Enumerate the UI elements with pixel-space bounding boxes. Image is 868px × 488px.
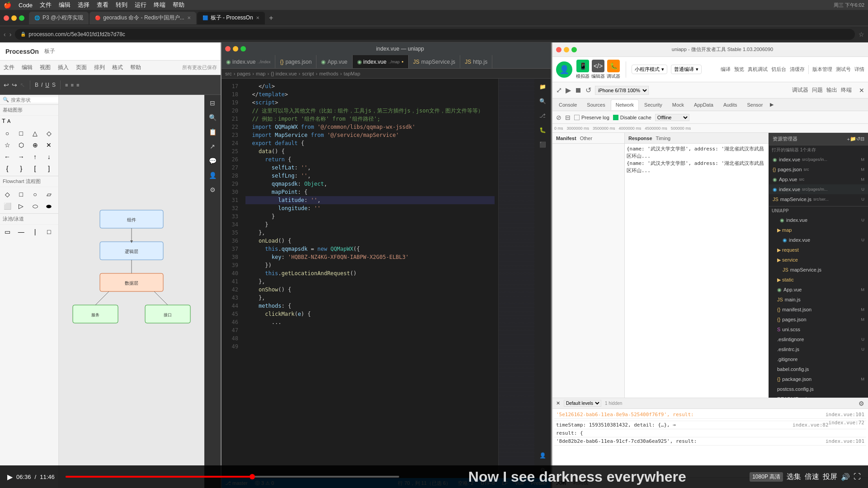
filter-button[interactable]: ⊟ [565, 114, 571, 121]
menu-edit[interactable]: 编辑 [59, 1, 71, 9]
shape-arrow-left[interactable]: ← [2, 151, 13, 162]
menu-help[interactable]: 帮助 [173, 1, 184, 9]
er-debug[interactable]: 🐛 [536, 124, 549, 136]
other-tab[interactable]: Other [580, 136, 593, 141]
collapse-all-icon[interactable]: ⊟ [860, 136, 864, 142]
shape-brace-close[interactable]: } [16, 163, 27, 174]
version-manage-button[interactable]: 版本管理 [812, 66, 832, 73]
shape-star[interactable]: ☆ [2, 140, 13, 150]
tree-postcss-config[interactable]: postcss.config.js [769, 384, 868, 394]
menu-code[interactable]: Code [19, 2, 33, 9]
url-bar[interactable]: processon.com/c/5e3e401fd1fd2b7d78c [28, 31, 125, 38]
ps-menu-file[interactable]: 文件 [4, 64, 14, 71]
label-tool[interactable]: A [7, 118, 10, 124]
video-volume-icon[interactable]: 🔊 [841, 473, 850, 481]
flow-decision[interactable]: ◇ [2, 189, 13, 200]
tab-security[interactable]: Security [640, 99, 667, 110]
file-tab-app-vue[interactable]: ◉ App.vue [316, 55, 352, 69]
new-tab-button[interactable]: + [266, 13, 277, 23]
tab-network[interactable]: Network [611, 99, 639, 110]
devtools-tab-adjust[interactable]: 调试器 [792, 86, 808, 94]
ps-menu-edit[interactable]: 编辑 [22, 64, 33, 71]
pool-box[interactable]: □ [43, 226, 54, 237]
wechat-tl-yellow[interactable] [564, 47, 569, 52]
align-left-tool[interactable]: ≡ [65, 82, 68, 88]
manifest-tab[interactable]: Manifest [556, 136, 576, 141]
cut-front-button[interactable]: 切后台 [771, 66, 786, 73]
video-collection-button[interactable]: 选集 [787, 472, 801, 482]
video-cast-button[interactable]: 投屏 [823, 472, 837, 482]
tab-sensor[interactable]: Sensor [742, 99, 767, 110]
er-explorer[interactable]: 📁 [536, 80, 549, 93]
play-pause-button[interactable]: ▶ [7, 473, 13, 481]
log-level-select[interactable]: Default levels [564, 400, 601, 407]
tree-map-index[interactable]: ◉ index.vue U [769, 235, 868, 245]
code-content[interactable]: </ul> </template> <script> // 这里可以导入其他文件… [242, 79, 498, 478]
shape-circle[interactable]: ○ [2, 128, 13, 139]
shape-bracket-open[interactable]: [ [30, 163, 41, 174]
pool-rect[interactable]: ▭ [2, 226, 13, 237]
console-close-icon[interactable]: ✕ [556, 400, 560, 406]
pool-h-line[interactable]: — [16, 226, 27, 237]
text-tool[interactable]: T [2, 117, 5, 124]
strikethrough-tool[interactable]: S [52, 82, 56, 88]
tree-static-folder[interactable]: ▶ static [769, 275, 868, 285]
shape-plus[interactable]: ⊕ [30, 140, 41, 150]
offline-selector[interactable]: Offline No throttl... [655, 114, 689, 121]
flow-process[interactable]: □ [16, 189, 27, 200]
video-quality-badge[interactable]: 1080P 高清 [750, 472, 783, 482]
tree-mapservice-js[interactable]: JS mapService.js [769, 265, 868, 275]
new-folder-icon[interactable]: 📁 [850, 136, 856, 142]
shape-diamond[interactable]: ◇ [43, 128, 54, 139]
tree-app-vue[interactable]: ◉ App.vue M [769, 285, 868, 295]
detail-button[interactable]: 详情 [854, 66, 864, 73]
shape-hex[interactable]: ⬡ [16, 140, 27, 150]
tab-audits[interactable]: Audits [719, 99, 742, 110]
tree-eslintrc[interactable]: .eslintrc.js U [769, 344, 868, 354]
tree-uni-scss[interactable]: S uni.scss [769, 324, 868, 334]
traffic-light-red[interactable] [4, 15, 9, 21]
menu-goto[interactable]: 转到 [116, 1, 127, 9]
mode-selector[interactable]: 小程序模式 ▾ [632, 65, 667, 74]
preview-button[interactable]: 预览 [734, 66, 744, 73]
traffic-light-yellow[interactable] [11, 15, 17, 21]
ps-menu-format[interactable]: 格式 [112, 64, 123, 71]
drawing-canvas[interactable]: 组件 逻辑层 数据层 服务 接口 [59, 95, 204, 488]
apple-menu[interactable]: 🍎 [4, 1, 11, 9]
browser-tab-georadius[interactable]: 🔴 georadius 命令 - Redis中国用户... ✕ [90, 12, 196, 24]
er-extensions[interactable]: ⬛ [536, 138, 549, 151]
tree-service-folder[interactable]: ▶ service [769, 255, 868, 265]
video-fullscreen-button[interactable]: ⛶ [854, 473, 861, 481]
clear-log-button[interactable]: ⊘ [556, 114, 561, 121]
devtools-tab-terminal[interactable]: 终端 [841, 86, 852, 94]
ps-menu-help[interactable]: 帮助 [130, 64, 141, 71]
tree-babel-config[interactable]: babel.config.js [769, 364, 868, 374]
shape-brace-open[interactable]: { [2, 163, 13, 174]
wechat-debugger-tool[interactable]: 🐛 调试器 [607, 60, 620, 80]
file-tab-index-root[interactable]: ◉ index.vue ../index [222, 55, 275, 69]
flow-data[interactable]: ▱ [43, 189, 54, 200]
translate-button[interactable]: 编译 [721, 66, 731, 73]
tree-readme[interactable]: README.md [769, 394, 868, 398]
ps-menu-arrange[interactable]: 排列 [94, 64, 105, 71]
close-tab-georadius[interactable]: ✕ [187, 15, 191, 20]
rotate-icon[interactable]: ↺ [585, 86, 591, 94]
bold-tool[interactable]: B [35, 82, 38, 88]
shape-bracket-close[interactable]: ] [43, 163, 54, 174]
response-tab[interactable]: Response [628, 136, 652, 141]
wechat-tl-red[interactable] [556, 47, 561, 52]
flow-doc[interactable]: ⬜ [2, 201, 13, 211]
menu-terminal[interactable]: 终端 [154, 1, 165, 9]
shape-search[interactable] [11, 97, 59, 103]
er-accounts[interactable]: 👤 [536, 449, 549, 462]
align-right-tool[interactable]: ≡ [76, 82, 79, 88]
traffic-light-green[interactable] [19, 15, 24, 21]
tab-console[interactable]: Console [554, 99, 581, 110]
tree-map-folder[interactable]: ▶ map [769, 225, 868, 235]
wechat-tl-green[interactable] [571, 47, 577, 52]
file-tab-index-map[interactable]: ◉ index.vue ../map ● [353, 55, 409, 69]
ps-icon-share[interactable]: ↗ [206, 140, 219, 153]
tree-manifest-json[interactable]: {} manifest.json M [769, 305, 868, 314]
editor-tl-green[interactable] [241, 46, 246, 52]
shape-arrow-down[interactable]: ↓ [43, 151, 54, 162]
